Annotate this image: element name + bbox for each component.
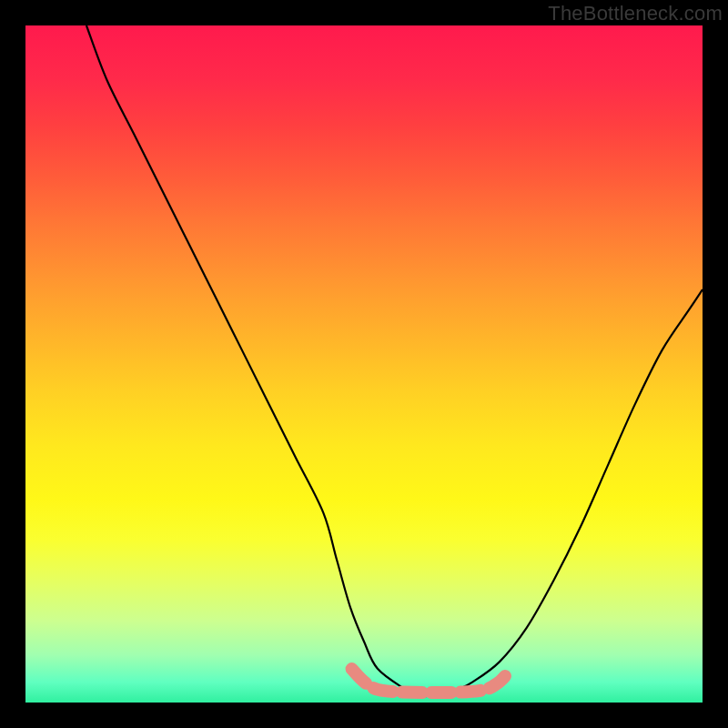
chart-plot-area	[25, 25, 703, 703]
bottleneck-curve-line	[86, 25, 703, 696]
bottleneck-chart	[25, 25, 703, 703]
watermark-text: TheBottleneck.com	[548, 2, 723, 25]
